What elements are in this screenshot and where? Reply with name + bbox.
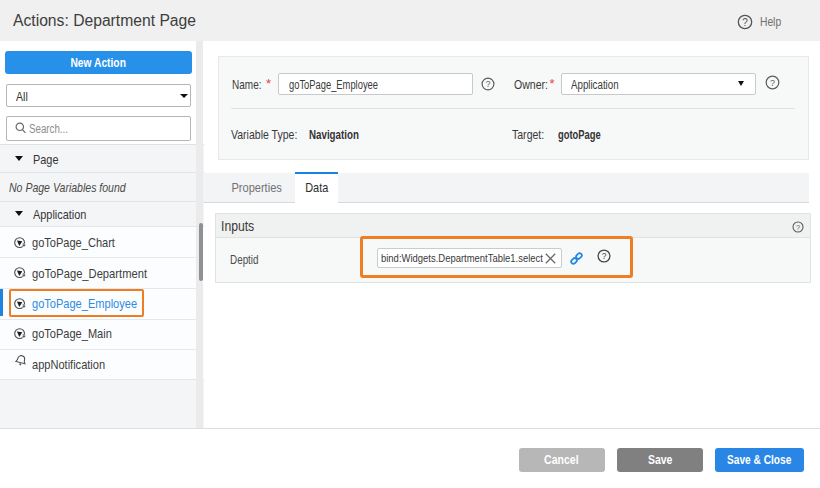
- svg-text:?: ?: [796, 223, 800, 232]
- svg-text:?: ?: [770, 78, 775, 88]
- svg-text:?: ?: [602, 251, 607, 261]
- svg-text:?: ?: [485, 79, 490, 89]
- svg-text:?: ?: [742, 17, 748, 28]
